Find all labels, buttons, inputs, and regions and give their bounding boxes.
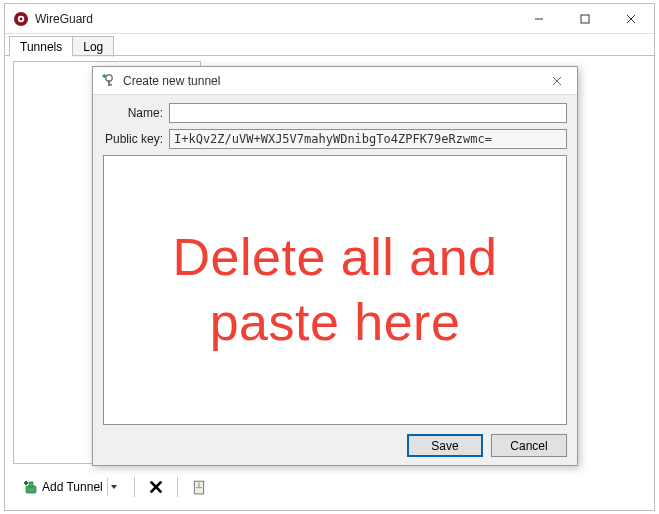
- name-row: Name:: [103, 103, 567, 123]
- export-tunnel-button[interactable]: [184, 474, 214, 500]
- bottom-toolbar: Add Tunnel: [15, 474, 214, 500]
- toolbar-separator: [177, 477, 178, 497]
- delete-tunnel-button[interactable]: [141, 474, 171, 500]
- cancel-button[interactable]: Cancel: [491, 434, 567, 457]
- tab-log[interactable]: Log: [72, 36, 114, 57]
- create-tunnel-dialog: Create new tunnel Name: Public key: I+kQ…: [92, 66, 578, 466]
- dialog-title: Create new tunnel: [123, 74, 220, 88]
- svg-point-2: [20, 17, 23, 20]
- cancel-button-label: Cancel: [510, 439, 547, 453]
- publickey-display: I+kQv2Z/uVW+WXJ5V7mahyWDnibgTo4ZPFK79eRz…: [169, 129, 567, 149]
- main-window: WireGuard Tunnels Log: [4, 3, 655, 511]
- save-button[interactable]: Save: [407, 434, 483, 457]
- svg-rect-8: [29, 482, 33, 487]
- svg-rect-18: [108, 84, 112, 86]
- config-textarea[interactable]: Delete all and paste here: [103, 155, 567, 425]
- titlebar: WireGuard: [5, 4, 654, 34]
- delete-icon: [148, 479, 164, 495]
- tab-label: Log: [83, 40, 103, 54]
- add-tunnel-dropdown[interactable]: [107, 478, 121, 496]
- window-minimize-button[interactable]: [516, 4, 562, 34]
- dialog-titlebar: Create new tunnel: [93, 67, 577, 95]
- svg-rect-4: [581, 15, 589, 23]
- overlay-line-1: Delete all and: [173, 228, 498, 286]
- window-maximize-button[interactable]: [562, 4, 608, 34]
- name-label: Name:: [103, 106, 169, 120]
- tabs: Tunnels Log: [5, 34, 654, 56]
- overlay-line-2: paste here: [210, 293, 461, 351]
- instruction-overlay: Delete all and paste here: [104, 225, 566, 355]
- dialog-icon: [101, 73, 117, 89]
- add-tunnel-icon: [22, 479, 38, 495]
- svg-rect-15: [196, 487, 202, 488]
- publickey-row: Public key: I+kQv2Z/uVW+WXJ5V7mahyWDnibg…: [103, 129, 567, 149]
- add-tunnel-label: Add Tunnel: [42, 480, 103, 494]
- app-icon: [13, 11, 29, 27]
- name-input[interactable]: [169, 103, 567, 123]
- dialog-button-row: Save Cancel: [407, 434, 567, 457]
- svg-marker-11: [111, 485, 117, 489]
- tab-label: Tunnels: [20, 40, 62, 54]
- add-tunnel-button[interactable]: Add Tunnel: [15, 474, 128, 500]
- app-title: WireGuard: [35, 12, 93, 26]
- save-button-label: Save: [431, 439, 458, 453]
- dialog-close-button[interactable]: [537, 67, 577, 95]
- tab-tunnels[interactable]: Tunnels: [9, 36, 73, 57]
- window-close-button[interactable]: [608, 4, 654, 34]
- publickey-label: Public key:: [103, 132, 169, 146]
- dialog-body: Name: Public key: I+kQv2Z/uVW+WXJ5V7mahy…: [103, 103, 567, 425]
- toolbar-separator: [134, 477, 135, 497]
- export-icon: [191, 479, 207, 495]
